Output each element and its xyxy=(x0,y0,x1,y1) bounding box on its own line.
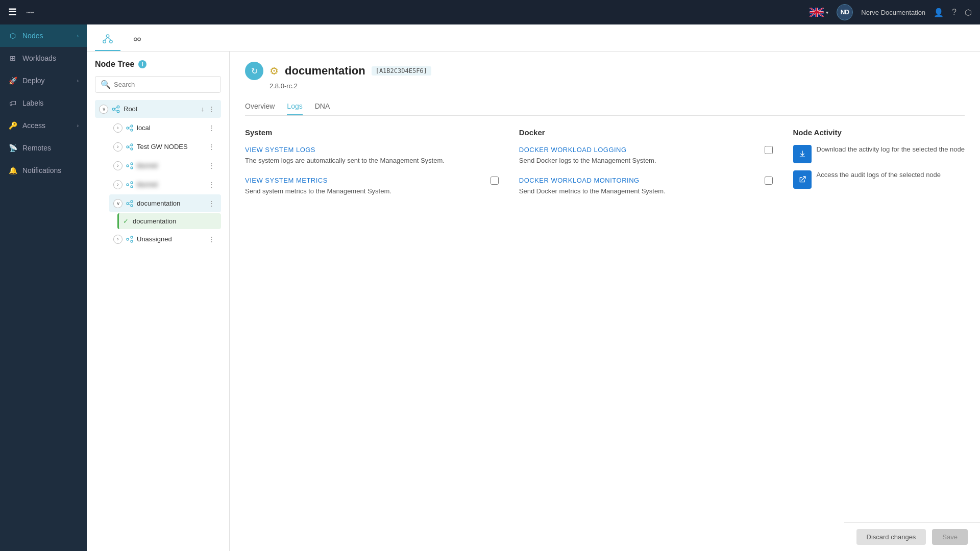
svg-point-19 xyxy=(117,106,119,108)
svg-point-38 xyxy=(131,186,133,188)
logs-content: System VIEW SYSTEM LOGS The system logs … xyxy=(245,128,965,206)
node-activity-title: Node Activity xyxy=(793,128,965,137)
deploy-icon: 🚀 xyxy=(8,77,17,85)
detail-panel: ↻ ⚙ documentation [A1B2C3D4E5F6] 2.8.0-r… xyxy=(230,52,980,551)
svg-point-46 xyxy=(131,240,133,242)
audit-activity-button[interactable] xyxy=(793,170,812,189)
tree-item-documentation-parent[interactable]: ∨ documentation ⋮ xyxy=(109,194,221,212)
svg-point-20 xyxy=(117,110,119,113)
tree-item-blurred2[interactable]: › blurred ⋮ xyxy=(109,176,221,193)
search-input[interactable] xyxy=(114,81,215,88)
svg-point-34 xyxy=(131,163,133,165)
detail-tabs: Overview Logs DNA xyxy=(245,98,965,116)
svg-point-15 xyxy=(134,38,137,41)
sidebar-item-deploy[interactable]: 🚀 Deploy › xyxy=(0,69,87,92)
tree-item-local[interactable]: › local ⋮ xyxy=(109,119,221,137)
user-avatar[interactable]: ND xyxy=(837,4,853,20)
tree-item-unassigned[interactable]: › Unassigned ⋮ xyxy=(109,230,221,248)
node-activity-section: Node Activity Download the activity log … xyxy=(793,128,965,206)
sidebar-item-notifications[interactable]: 🔔 Notifications xyxy=(0,159,87,182)
expand-test-gw-btn[interactable]: › xyxy=(113,142,122,152)
svg-point-24 xyxy=(131,125,133,127)
tab-dna[interactable]: DNA xyxy=(315,98,330,115)
external-link-icon xyxy=(798,176,806,184)
download-activity-button[interactable] xyxy=(793,145,812,163)
tree-icon xyxy=(102,34,113,45)
test-gw-kebab-menu[interactable]: ⋮ xyxy=(206,142,217,152)
node-tree-info-icon[interactable]: i xyxy=(138,60,146,68)
tree-item-root[interactable]: ∨ Root ↓ ⋮ xyxy=(95,100,221,118)
svg-line-43 xyxy=(129,204,131,205)
sidebar-item-remotes-label: Remotes xyxy=(22,144,51,152)
docker-monitoring-checkbox[interactable] xyxy=(765,177,773,185)
tab-logs[interactable]: Logs xyxy=(287,98,302,115)
svg-line-31 xyxy=(129,145,131,146)
nerve-docs-link[interactable]: Nerve Documentation xyxy=(861,9,925,16)
remotes-icon: 📡 xyxy=(8,144,17,152)
docker-logging-checkbox[interactable] xyxy=(765,146,773,154)
download-icon xyxy=(798,150,806,158)
save-button[interactable]: Save xyxy=(932,529,968,545)
blurred1-kebab-menu[interactable]: ⋮ xyxy=(206,161,217,170)
expand-local-btn[interactable]: › xyxy=(113,123,122,133)
help-icon[interactable]: ? xyxy=(952,8,957,17)
documentation-child-label: documentation xyxy=(133,217,217,225)
notifications-icon: 🔔 xyxy=(8,166,17,174)
sidebar-item-access-label: Access xyxy=(22,121,45,130)
svg-point-28 xyxy=(127,146,129,148)
audit-activity-desc: Access the audit logs of the selected no… xyxy=(817,170,941,180)
unassigned-kebab-menu[interactable]: ⋮ xyxy=(206,234,217,244)
svg-point-30 xyxy=(131,148,133,150)
svg-line-21 xyxy=(115,107,117,109)
collapse-root-btn[interactable]: ∨ xyxy=(99,105,108,114)
svg-point-45 xyxy=(131,236,133,238)
tab-node-link[interactable] xyxy=(125,29,150,51)
svg-line-14 xyxy=(108,37,111,40)
sidebar-item-nodes[interactable]: ⬡ Nodes › xyxy=(0,24,87,47)
unassigned-label: Unassigned xyxy=(137,235,206,243)
sidebar-item-workloads[interactable]: ⊞ Workloads xyxy=(0,47,87,69)
discard-changes-button[interactable]: Discard changes xyxy=(856,529,926,545)
user-icon[interactable]: 👤 xyxy=(934,8,944,17)
docker-workload-logging-link[interactable]: DOCKER WORKLOAD LOGGING xyxy=(519,146,627,154)
tab-node-tree[interactable] xyxy=(95,29,120,51)
logout-icon[interactable]: ⬡ xyxy=(965,8,972,17)
expand-blurred1-btn[interactable]: › xyxy=(113,161,122,170)
test-gw-label: Test GW NODES xyxy=(137,143,206,151)
sidebar-item-labels[interactable]: 🏷 Labels xyxy=(0,92,87,114)
tree-item-blurred1[interactable]: › blurred ⋮ xyxy=(109,157,221,174)
local-kebab-menu[interactable]: ⋮ xyxy=(206,123,217,133)
tab-overview[interactable]: Overview xyxy=(245,98,275,115)
svg-point-12 xyxy=(110,40,113,43)
language-selector[interactable]: ▾ xyxy=(810,8,828,17)
svg-line-13 xyxy=(105,37,108,40)
hamburger-menu[interactable]: ☰ xyxy=(8,7,16,18)
root-label: Root xyxy=(124,105,201,113)
view-system-logs-link[interactable]: VIEW SYSTEM LOGS xyxy=(245,146,315,154)
expand-unassigned-btn[interactable]: › xyxy=(113,235,122,244)
download-activity-desc: Download the activity log for the select… xyxy=(817,145,965,154)
svg-point-35 xyxy=(131,167,133,169)
node-tree-header: Node Tree i xyxy=(95,60,221,69)
collapse-documentation-btn[interactable]: ∨ xyxy=(113,199,122,208)
docker-workload-monitoring-link[interactable]: DOCKER WORKLOAD MONITORING xyxy=(519,177,640,184)
tree-item-test-gw[interactable]: › Test GW NODES ⋮ xyxy=(109,138,221,156)
sidebar-item-labels-label: Labels xyxy=(22,99,43,107)
view-system-logs-desc: The system logs are automatically sent t… xyxy=(245,156,499,165)
sidebar-item-access[interactable]: 🔑 Access › xyxy=(0,114,87,137)
navbar-right: ▾ ND Nerve Documentation 👤 ? ⬡ xyxy=(810,4,972,20)
sidebar: ⬡ Nodes › ⊞ Workloads 🚀 Deploy › 🏷 Label… xyxy=(0,24,87,551)
bottom-actions: Discard changes Save xyxy=(844,522,980,551)
root-kebab-menu[interactable]: ⋮ xyxy=(206,104,217,114)
blurred1-label: blurred xyxy=(137,162,206,169)
expand-blurred2-btn[interactable]: › xyxy=(113,180,122,189)
view-system-metrics-link[interactable]: VIEW SYSTEM METRICS xyxy=(245,177,328,184)
tree-item-documentation-child[interactable]: ✓ documentation xyxy=(117,213,221,229)
blurred2-kebab-menu[interactable]: ⋮ xyxy=(206,180,217,189)
system-metrics-checkbox[interactable] xyxy=(491,177,499,185)
labels-icon: 🏷 xyxy=(8,99,17,107)
refresh-button[interactable]: ↻ xyxy=(245,62,263,80)
svg-line-42 xyxy=(129,202,131,203)
documentation-parent-kebab-menu[interactable]: ⋮ xyxy=(206,198,217,208)
sidebar-item-remotes[interactable]: 📡 Remotes xyxy=(0,137,87,159)
